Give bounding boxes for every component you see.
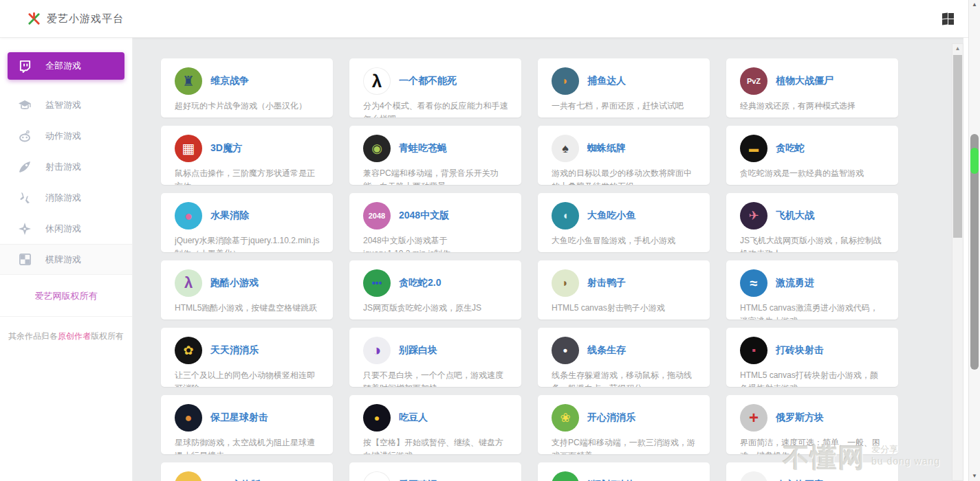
- fishing-master-icon: ◗: [552, 67, 579, 95]
- fighter-jets-icon: [18, 191, 32, 205]
- game-description: 贪吃蛇游戏是一款经典的益智游戏: [740, 167, 886, 180]
- game-card-2048方块版[interactable]: ▦2048方块版: [161, 462, 333, 481]
- game-title-link[interactable]: 保卫星球射击: [210, 412, 268, 424]
- sidebar-item-棋牌游戏[interactable]: 棋牌游戏: [0, 244, 132, 275]
- game-card-植物大战僵尸[interactable]: PvZ植物大战僵尸经典游戏还原，有两种模式选择: [726, 58, 898, 118]
- game-card-射击鸭子[interactable]: ◗射击鸭子HTML5 canvas射击鸭子小游戏: [538, 260, 710, 320]
- game-title-link[interactable]: 贪吃蛇: [776, 142, 805, 155]
- line-survival-icon: •: [552, 337, 579, 364]
- game-title-link[interactable]: 激流勇进: [776, 277, 814, 289]
- game-title-link[interactable]: 线条生存: [587, 344, 626, 357]
- game-title-link[interactable]: 维京战争: [210, 75, 249, 87]
- game-card-跑酷小游戏[interactable]: λ跑酷小游戏HTML5跑酷小游戏，按键盘空格键跳跃: [161, 260, 333, 320]
- game-card-俄罗斯方块[interactable]: +俄罗斯方块界面简洁，速度可选：简单、一般、困难，键盘操作: [726, 395, 898, 454]
- sidebar-item-益智游戏[interactable]: 益智游戏: [0, 89, 132, 120]
- game-description: JS飞机大战网页版小游戏，鼠标控制战机攻击敌人: [740, 234, 886, 252]
- sidebar-item-消除游戏[interactable]: 消除游戏: [0, 182, 132, 213]
- rocket-icon: [18, 160, 32, 174]
- game-card-大鱼吃小鱼[interactable]: ◖大鱼吃小鱼大鱼吃小鱼冒险游戏，手机小游戏: [538, 193, 710, 252]
- game-card-维京战争[interactable]: ♜维京战争超好玩的卡片战争游戏（小墨汉化）: [161, 58, 333, 118]
- window-scrollbar[interactable]: ▲ ▼: [968, 0, 980, 481]
- game-title-link[interactable]: 3D魔方: [210, 142, 242, 155]
- game-card-消球打砖块[interactable]: ●消球打砖块: [538, 462, 710, 481]
- game-card-贪吃蛇[interactable]: ▬贪吃蛇贪吃蛇游戏是一款经典的益智游戏: [726, 126, 898, 185]
- app-brand: 爱艺小游戏平台: [28, 12, 124, 25]
- game-description: 2048中文版小游戏基于jquery.1.10.2.min.js制作: [363, 234, 509, 252]
- game-title-link[interactable]: 开心消消乐: [587, 412, 635, 424]
- 2048-icon: 2048: [363, 202, 391, 230]
- game-description: HTML5 canvas激流勇进小游戏代码，迷宫逃生小游戏: [740, 302, 886, 320]
- game-title-link[interactable]: 跑酷小游戏: [210, 277, 259, 289]
- sidebar-item-休闲游戏[interactable]: 休闲游戏: [0, 213, 132, 244]
- sidebar-item-动作游戏[interactable]: 动作游戏: [0, 120, 132, 151]
- game-card-贪吃蛇2.0[interactable]: •••贪吃蛇2.0JS网页版贪吃蛇小游戏，原生JS: [349, 260, 521, 320]
- game-card-2048中文版[interactable]: 20482048中文版2048中文版小游戏基于jquery.1.10.2.min…: [349, 193, 521, 252]
- snake-icon: ▬: [740, 135, 767, 162]
- sidebar-item-label: 休闲游戏: [45, 223, 81, 235]
- game-card-保卫星球射击[interactable]: ●保卫星球射击星球防御游戏，太空战机为阻止星球遭遇小行星撞击: [161, 395, 333, 454]
- game-card-一个都不能死[interactable]: λ一个都不能死分为4个模式、看看你的反应能力和手速怎么样吧: [349, 58, 521, 118]
- game-title-link[interactable]: 捕鱼达人: [587, 75, 626, 87]
- game-title-link[interactable]: 别踩白块: [399, 344, 437, 357]
- game-card-开心消消乐[interactable]: ❀开心消消乐支持PC端和移动端，一款三消游戏，游戏画面精美: [538, 395, 710, 454]
- pvz-logo-icon: PvZ: [740, 67, 767, 95]
- game-description: 线条生存躲避游戏，移动鼠标，拖动线条，躲避白点，获得积分: [552, 369, 697, 387]
- game-card-飞机大战[interactable]: ✈飞机大战JS飞机大战网页版小游戏，鼠标控制战机攻击敌人: [726, 193, 898, 252]
- app-logo-star-icon: [28, 12, 41, 25]
- sidebar-item-label: 全部游戏: [45, 60, 81, 72]
- scroll-up-arrow-icon[interactable]: ▲: [952, 44, 963, 54]
- game-description: 超好玩的卡片战争游戏（小墨汉化）: [175, 100, 320, 113]
- game-card-青蛙吃苍蝇[interactable]: ◉青蛙吃苍蝇兼容PC端和移动端，背景音乐开关功能，白天晚上两种背景: [349, 126, 521, 185]
- original-author-link[interactable]: 原创作者: [58, 331, 91, 341]
- game-card-线条生存[interactable]: •线条生存线条生存躲避游戏，移动鼠标，拖动线条，躲避白点，获得积分: [538, 328, 710, 387]
- game-grid: ♜维京战争超好玩的卡片战争游戏（小墨汉化）λ一个都不能死分为4个模式、看看你的反…: [161, 58, 898, 481]
- sidebar-item-全部游戏[interactable]: 全部游戏: [8, 52, 124, 80]
- frog-icon: ◉: [363, 135, 391, 162]
- game-card-捕鱼达人[interactable]: ◗捕鱼达人一共有七档，界面还原，赶快试试吧: [538, 58, 710, 118]
- sidebar-item-label: 益智游戏: [45, 99, 81, 111]
- game-title-link[interactable]: 俄罗斯方块: [776, 412, 824, 424]
- content-scrollbar[interactable]: ▲: [952, 43, 963, 481]
- game-title-link[interactable]: 一个都不能死: [399, 75, 457, 87]
- site-copyright-link[interactable]: 爱艺网版权所有: [35, 291, 98, 301]
- game-card-看图猜词[interactable]: ◆看图猜词: [349, 462, 521, 481]
- game-title-link[interactable]: 射击鸭子: [587, 277, 626, 289]
- game-title-link[interactable]: 打砖块射击: [776, 344, 824, 357]
- content-scrollbar-thumb[interactable]: [953, 55, 962, 238]
- windows-grid-icon[interactable]: [942, 13, 954, 25]
- game-title-link[interactable]: 植物大战僵尸: [776, 75, 834, 87]
- game-card-打砖块射击[interactable]: ▪打砖块射击HTML5 canvas打砖块射击小游戏，颜色爆炸射击游戏: [726, 328, 898, 387]
- game-title-link[interactable]: 天天消消乐: [210, 344, 259, 357]
- duck-icon: ◗: [552, 269, 579, 297]
- top-header: 爱艺小游戏平台: [0, 0, 980, 38]
- window-scroll-down-icon[interactable]: ▼: [969, 473, 980, 479]
- ball-brick-icon: ●: [552, 471, 579, 481]
- game-card-别踩白块[interactable]: ◑别踩白块只要不是白块，一个个点吧，游戏速度随着时间增加而加快: [349, 328, 521, 387]
- game-title-link[interactable]: 大鱼吃小鱼: [587, 210, 635, 222]
- sidebar-item-label: 动作游戏: [45, 130, 81, 142]
- game-card-天天消消乐[interactable]: ✿天天消消乐让三个及以上的同色小动物横竖相连即可消除: [161, 328, 333, 387]
- sidebar-item-射击游戏[interactable]: 射击游戏: [0, 151, 132, 182]
- game-card-小方块图案[interactable]: ▪小方块图案: [726, 462, 898, 481]
- game-card-激流勇进[interactable]: ≈激流勇进HTML5 canvas激流勇进小游戏代码，迷宫逃生小游戏: [726, 260, 898, 320]
- game-title-link[interactable]: 飞机大战: [776, 210, 814, 222]
- game-title-link[interactable]: 吃豆人: [399, 412, 428, 424]
- game-description: 星球防御游戏，太空战机为阻止星球遭遇小行星撞击: [175, 436, 320, 454]
- game-card-3D魔方[interactable]: ▦3D魔方鼠标点击操作，三阶魔方形状通常是正方体: [161, 126, 333, 185]
- game-description: HTML5 canvas打砖块射击小游戏，颜色爆炸射击游戏: [740, 369, 886, 387]
- game-title-link[interactable]: 2048中文版: [399, 210, 449, 222]
- game-title-link[interactable]: 蜘蛛纸牌: [587, 142, 626, 155]
- pacman-icon: ●: [363, 404, 391, 432]
- game-card-吃豆人[interactable]: ●吃豆人按【空格】开始或暂停、继续、键盘方向键进行游戏: [349, 395, 521, 454]
- game-title-link[interactable]: 水果消除: [210, 210, 249, 222]
- window-scroll-up-icon[interactable]: ▲: [969, 1, 980, 8]
- game-title-link[interactable]: 青蛙吃苍蝇: [399, 142, 447, 155]
- window-scrollbar-thumb[interactable]: [970, 134, 979, 370]
- game-card-蜘蛛纸牌[interactable]: ♠蜘蛛纸牌游戏的目标以最少的移动次数将牌面中的十叠牌及待发的五组: [538, 126, 710, 185]
- fruit-icon: ●: [175, 202, 202, 230]
- sidebar-item-label: 消除游戏: [45, 192, 81, 204]
- rubiks-cube-icon: ▦: [175, 135, 202, 162]
- game-description: 分为4个模式、看看你的反应能力和手速怎么样吧: [363, 100, 509, 118]
- game-title-link[interactable]: 贪吃蛇2.0: [399, 277, 441, 289]
- game-card-水果消除[interactable]: ●水果消除jQuery水果消除基于jquery.1.10.2.min.js制作（…: [161, 193, 333, 252]
